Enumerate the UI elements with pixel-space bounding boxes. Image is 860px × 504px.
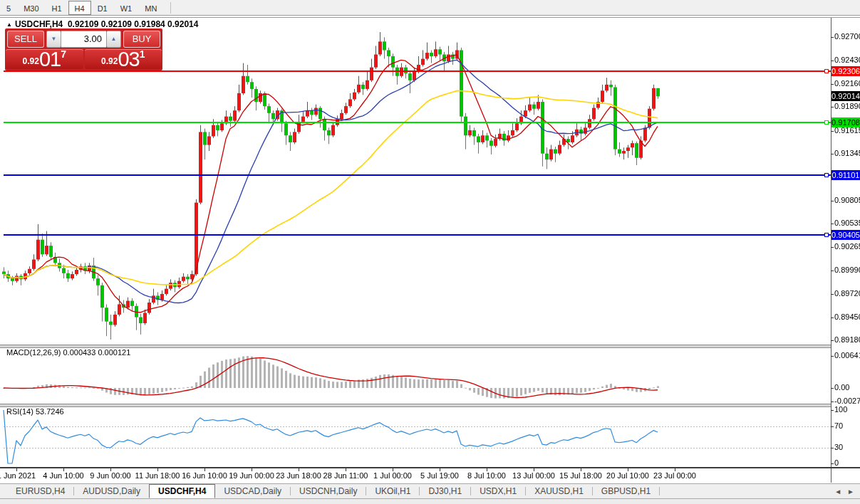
rsi-tick-dash — [831, 448, 834, 448]
timeframe-button-m30[interactable]: M30 — [17, 1, 45, 15]
tab-xauusd-h1[interactable]: XAUUSD,H1 — [526, 484, 592, 498]
volume-decrease-button[interactable]: ▼ — [46, 31, 61, 48]
date-label: 23 Jun 18:00 — [276, 471, 321, 480]
sell-button[interactable]: SELL — [7, 31, 44, 48]
macd-axis-tick: 0.00 — [834, 383, 860, 392]
date-label: 15 Jul 18:00 — [559, 471, 602, 480]
sell-price-quote[interactable]: 0.92017 — [6, 49, 83, 69]
price-tick-label: 0.92160 — [834, 79, 860, 88]
timeframe-button-mn[interactable]: MN — [138, 1, 163, 15]
resistance-line-badge: 0.92306 — [831, 66, 860, 76]
macd-axis-tick: -0.002728 — [834, 397, 860, 405]
price-axis-border — [831, 18, 831, 483]
date-label: 1 Jul 00:00 — [373, 471, 412, 480]
tabs-scroll-left-icon[interactable]: ◄ — [834, 488, 841, 495]
price-tick-label: 0.89990 — [834, 266, 860, 274]
buy-price-quote[interactable]: 0.92031 — [85, 49, 162, 69]
buy-price-prefix: 0.92 — [101, 56, 118, 66]
date-label: 13 Jul 00:00 — [512, 471, 555, 480]
price-tick-label: 0.92700 — [834, 32, 860, 41]
ohlc-values: 0.92109 0.92109 0.91984 0.92014 — [68, 19, 199, 29]
price-tick-dash — [831, 294, 834, 295]
timeframe-button-5[interactable]: 5 — [0, 1, 17, 15]
tab-ukoil-h1[interactable]: UKOil,H1 — [366, 484, 419, 498]
hline-edge-marker[interactable] — [824, 69, 829, 73]
buy-price-big: 03 — [118, 50, 139, 68]
price-tick-label: 0.89450 — [834, 313, 860, 321]
blue-line-badge-1: 0.91101 — [831, 170, 860, 180]
price-tick-label: 0.91345 — [834, 149, 860, 157]
volume-input[interactable]: 3.00 — [61, 31, 106, 48]
tab-usdx-h1[interactable]: USDX,H1 — [471, 484, 525, 498]
date-label: 20 Jul 10:00 — [606, 471, 649, 480]
timeframe-button-h4[interactable]: H4 — [68, 1, 91, 15]
timeframe-toolbar: 5M30H1H4D1W1MN — [0, 0, 860, 16]
tab-usdchf-h4[interactable]: USDCHF,H4 — [149, 484, 215, 498]
rsi-axis-tick: 0 — [834, 458, 860, 467]
date-label: 23 Jul 00:00 — [653, 471, 696, 480]
buy-price-pipette: 1 — [140, 48, 145, 60]
tab-usdcad-daily[interactable]: USDCAD,Daily — [215, 484, 290, 498]
price-tick-dash — [831, 317, 834, 318]
macd-tick-dash — [831, 401, 834, 402]
price-tick-dash — [831, 340, 834, 341]
timeframe-button-h1[interactable]: H1 — [46, 1, 68, 15]
price-tick-dash — [831, 224, 834, 224]
tab-usdcnh-daily[interactable]: USDCNH,Daily — [291, 484, 366, 498]
macd-axis-tick: 0.006413 — [834, 351, 860, 359]
price-tick-label: 0.90265 — [834, 242, 860, 251]
tabs-scroll-right-icon[interactable]: ► — [847, 488, 854, 495]
rsi-tick-dash — [831, 426, 834, 427]
date-label: 11 Jun 18:00 — [135, 471, 180, 480]
support-line-badge: 0.91708 — [831, 117, 860, 127]
hline-edge-marker[interactable] — [824, 173, 829, 177]
rsi-axis-tick: 30 — [834, 443, 860, 451]
date-label: 1 Jun 2021 — [0, 471, 36, 480]
tab-dj30-h1[interactable]: DJ30,H1 — [420, 484, 470, 498]
price-tick-dash — [831, 107, 834, 107]
buy-button[interactable]: BUY — [123, 31, 160, 48]
price-tick-dash — [831, 247, 834, 248]
macd-tick-dash — [831, 356, 834, 357]
date-label: 28 Jun 11:00 — [323, 471, 368, 480]
tab-gbpusd-h1[interactable]: GBPUSD,H1 — [593, 484, 659, 498]
chart-window-border — [0, 17, 860, 18]
price-tick-label: 0.92430 — [834, 56, 860, 64]
rsi-tick-dash — [831, 463, 834, 464]
collapse-arrow-icon[interactable]: ▲ — [6, 21, 12, 28]
timeframe-button-w1[interactable]: W1 — [114, 1, 139, 15]
rsi-axis-tick: 100 — [834, 405, 860, 414]
date-axis-border — [0, 467, 860, 468]
date-label: 16 Jun 10:00 — [182, 471, 227, 480]
tab-eurusd-h4[interactable]: EURUSD,H4 — [7, 484, 73, 498]
one-click-trade-panel: SELL ▼ 3.00 ▲ BUY 0.92017 0.92031 — [5, 28, 162, 70]
price-tick-label: 0.90535 — [834, 219, 860, 227]
price-tick-dash — [831, 61, 834, 61]
tab-separator — [659, 487, 660, 495]
chart-symbol-header: ▲USDCHF,H4 0.92109 0.92109 0.91984 0.920… — [6, 19, 198, 29]
price-tick-dash — [831, 271, 834, 271]
sell-price-big: 01 — [39, 50, 61, 68]
macd-label: MACD(12,26,9) 0.000433 0.000121 — [6, 348, 130, 357]
tab-audusd-daily[interactable]: AUDUSD,Daily — [74, 484, 149, 498]
toolbar-separator — [170, 2, 171, 14]
date-label: 4 Jun 10:00 — [43, 471, 84, 480]
date-label: 8 Jul 10:00 — [467, 471, 506, 480]
price-tick-dash — [831, 131, 834, 132]
bottom-strip — [0, 499, 860, 504]
macd-tick-dash — [831, 388, 834, 389]
date-label: 5 Jul 19:00 — [420, 471, 459, 480]
price-tick-label: 0.90805 — [834, 196, 860, 204]
hline-edge-marker[interactable] — [824, 233, 829, 237]
date-label: 9 Jun 00:00 — [90, 471, 131, 480]
hline-edge-marker[interactable] — [824, 120, 829, 125]
volume-increase-button[interactable]: ▲ — [106, 31, 121, 48]
date-label: 19 Jun 00:00 — [229, 471, 274, 480]
chart-canvas[interactable] — [0, 0, 860, 504]
sell-price-pipette: 7 — [61, 48, 66, 60]
price-tick-label: 0.89720 — [834, 289, 860, 298]
symbol-label: USDCHF,H4 — [15, 19, 63, 29]
pane-separator-rsi[interactable] — [0, 404, 831, 407]
price-tick-label: 0.91890 — [834, 102, 860, 110]
timeframe-button-d1[interactable]: D1 — [91, 1, 114, 15]
